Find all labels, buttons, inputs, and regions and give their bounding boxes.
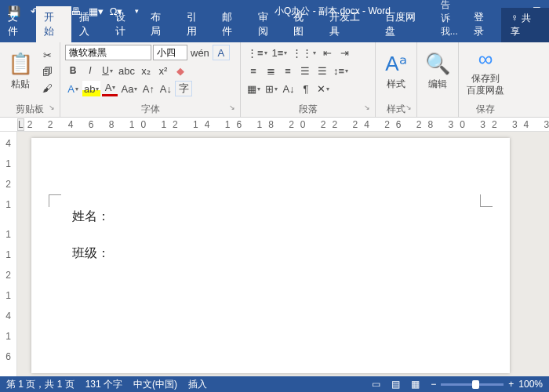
enclose-char-icon[interactable]: 字 [175,81,192,96]
status-words[interactable]: 131 个字 [85,378,122,391]
view-print-icon[interactable]: ▤ [391,379,400,390]
superscript-button[interactable]: x² [155,63,171,78]
char-shading-icon[interactable]: Aa▾ [119,81,139,96]
tab-mailings[interactable]: 邮件 [214,6,250,42]
tab-view[interactable]: 视图 [285,6,322,42]
clipboard-dialog-icon[interactable]: ↘ [49,103,55,111]
bold-button[interactable]: B [65,63,81,78]
align-center-icon[interactable]: ≣ [263,63,278,78]
styles-icon: Aᵃ [385,52,406,76]
view-read-icon[interactable]: ▭ [372,379,380,390]
vertical-ruler[interactable]: 41211121416 [0,132,17,376]
share-button[interactable]: ♀ 共享 [501,8,549,42]
document-page[interactable]: 姓名： 班级： [31,138,510,373]
styles-button[interactable]: Aᵃ 样式 [380,45,412,98]
bullets-icon[interactable]: ⋮≡▾ [245,45,269,60]
margin-mark-tl [49,194,61,207]
group-font: 微软雅黑 小四 wén A B I U▾ abc x₂ x² ◆ A▾ ab▾ … [60,42,241,117]
phonetic-icon[interactable]: wén [189,45,211,60]
doc-line-class[interactable]: 班级： [72,245,478,262]
paste-button[interactable]: 📋 粘贴 [5,45,36,98]
find-icon: 🔍 [425,52,450,76]
ribbon: 📋 粘贴 ✂ 🗐 🖌 剪贴板↘ 微软雅黑 小四 wén A B I U▾ a [0,42,549,118]
highlight-icon[interactable]: ab▾ [82,81,100,96]
tab-developer[interactable]: 开发工具 [322,6,377,42]
char-scale-icon[interactable]: ✕▾ [315,81,331,96]
numbering-icon[interactable]: 1≡▾ [271,45,289,60]
tab-design[interactable]: 设计 [107,6,144,42]
subscript-button[interactable]: x₂ [138,63,154,78]
status-mode[interactable]: 插入 [188,378,207,391]
copy-icon[interactable]: 🗐 [39,64,55,79]
italic-button[interactable]: I [82,63,98,78]
font-name-select[interactable]: 微软雅黑 [65,45,151,60]
group-styles: Aᵃ 样式 样式↘ [376,42,417,117]
shrink-font-icon[interactable]: A↓ [158,81,173,96]
tab-home[interactable]: 开始 [36,6,72,42]
zoom-in-icon[interactable]: + [508,379,514,390]
decrease-indent-icon[interactable]: ⇤ [319,45,335,60]
login-button[interactable]: 登录 [466,6,502,42]
paste-icon: 📋 [8,52,33,76]
align-left-icon[interactable]: ≡ [245,63,261,78]
horizontal-ruler[interactable]: L2 2 4 6 8 10 12 14 16 18 20 22 24 26 28… [0,118,549,132]
justify-icon[interactable]: ☰ [297,63,313,78]
status-page[interactable]: 第 1 页，共 1 页 [6,378,75,391]
sort-icon[interactable]: A↓ [281,81,296,96]
status-bar: 第 1 页，共 1 页 131 个字 中文(中国) 插入 ▭ ▤ ▦ − + 1… [0,376,549,392]
zoom-out-icon[interactable]: − [431,379,436,390]
line-spacing-icon[interactable]: ↕≡▾ [332,63,350,78]
tab-baidu[interactable]: 百度网盘 [377,6,433,42]
margin-mark-tr [480,194,493,207]
font-color-icon[interactable]: A▾ [102,81,118,96]
zoom-level[interactable]: 100% [518,379,543,390]
strike-button[interactable]: abc [117,63,136,78]
view-web-icon[interactable]: ▦ [411,379,420,390]
zoom-slider[interactable] [441,383,504,386]
doc-line-name[interactable]: 姓名： [72,209,478,225]
show-marks-icon[interactable]: ¶ [298,81,314,96]
format-painter-icon[interactable]: 🖌 [39,80,55,96]
tab-file[interactable]: 文件 [0,6,36,42]
para-dialog-icon[interactable]: ↘ [364,103,370,111]
styles-dialog-icon[interactable]: ↘ [405,103,412,111]
editing-button[interactable]: 🔍 编辑 [422,45,453,98]
clear-format-icon[interactable]: ◆ [173,63,188,78]
shading-icon[interactable]: ▦▾ [245,81,262,96]
group-clipboard: 📋 粘贴 ✂ 🗐 🖌 剪贴板↘ [0,42,60,117]
baidu-icon: ∞ [478,47,493,71]
distribute-icon[interactable]: ☰ [314,63,330,78]
font-dialog-icon[interactable]: ↘ [229,103,235,111]
align-right-icon[interactable]: ≡ [280,63,296,78]
ribbon-tabs: 文件 开始 插入 设计 布局 引用 邮件 审阅 视图 开发工具 百度网盘 告诉我… [0,22,549,42]
text-effects-icon[interactable]: A▾ [65,81,81,96]
increase-indent-icon[interactable]: ⇥ [336,45,352,60]
tab-insert[interactable]: 插入 [71,6,107,42]
group-editing: 🔍 编辑 [417,42,459,117]
tab-references[interactable]: 引用 [179,6,215,42]
font-size-select[interactable]: 小四 [153,45,187,60]
group-paragraph: ⋮≡▾ 1≡▾ ⋮⋮▾ ⇤ ⇥ ≡ ≣ ≡ ☰ ☰ ↕≡▾ ▦▾ ⊞▾ A↓ ¶… [241,42,376,117]
underline-button[interactable]: U▾ [100,63,115,78]
baidu-save-button[interactable]: ∞ 保存到 百度网盘 [464,45,507,98]
cut-icon[interactable]: ✂ [39,47,55,63]
group-baidu-save: ∞ 保存到 百度网盘 保存 [459,42,512,117]
status-lang[interactable]: 中文(中国) [133,378,177,391]
char-border-icon[interactable]: A [213,45,230,60]
borders-icon[interactable]: ⊞▾ [264,81,279,96]
tab-selector[interactable]: L [17,118,24,131]
tab-layout[interactable]: 布局 [143,6,179,42]
tab-review[interactable]: 审阅 [250,6,286,42]
tell-me[interactable]: 告诉我... [433,0,466,42]
grow-font-icon[interactable]: A↑ [140,81,156,96]
multilevel-icon[interactable]: ⋮⋮▾ [290,45,318,60]
